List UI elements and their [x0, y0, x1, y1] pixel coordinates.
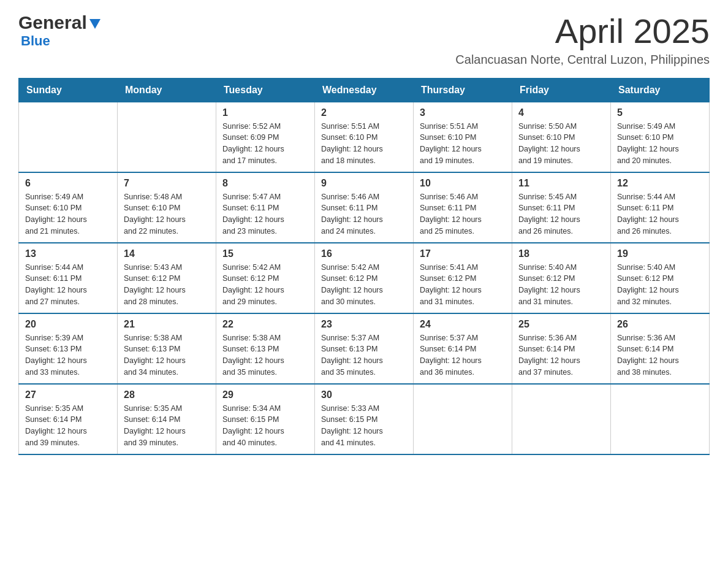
day-info: Sunrise: 5:40 AMSunset: 6:12 PMDaylight:…: [617, 262, 703, 308]
day-info: Sunrise: 5:36 AMSunset: 6:14 PMDaylight:…: [518, 332, 604, 378]
day-number: 21: [124, 319, 210, 330]
day-info: Sunrise: 5:42 AMSunset: 6:12 PMDaylight:…: [222, 262, 308, 308]
day-info: Sunrise: 5:47 AMSunset: 6:11 PMDaylight:…: [222, 191, 308, 237]
day-number: 12: [617, 178, 703, 189]
calendar-cell: [611, 384, 710, 454]
day-number: 7: [124, 178, 210, 189]
logo-general-text: General: [18, 12, 87, 33]
calendar-cell: 7Sunrise: 5:48 AMSunset: 6:10 PMDaylight…: [118, 172, 216, 243]
calendar-cell: 13Sunrise: 5:44 AMSunset: 6:11 PMDayligh…: [19, 243, 118, 313]
day-info: Sunrise: 5:41 AMSunset: 6:12 PMDaylight:…: [420, 262, 506, 308]
calendar-cell: 21Sunrise: 5:38 AMSunset: 6:13 PMDayligh…: [118, 313, 216, 384]
calendar-cell: 1Sunrise: 5:52 AMSunset: 6:09 PMDaylight…: [216, 102, 315, 172]
logo: General Blue: [18, 12, 102, 49]
day-number: 19: [617, 248, 703, 259]
day-number: 16: [321, 248, 407, 259]
day-number: 25: [518, 319, 604, 330]
calendar-cell: 27Sunrise: 5:35 AMSunset: 6:14 PMDayligh…: [19, 384, 118, 454]
calendar-cell: 25Sunrise: 5:36 AMSunset: 6:14 PMDayligh…: [512, 313, 611, 384]
calendar-table: SundayMondayTuesdayWednesdayThursdayFrid…: [18, 78, 710, 455]
day-info: Sunrise: 5:35 AMSunset: 6:14 PMDaylight:…: [25, 403, 111, 449]
calendar-header-sunday: Sunday: [19, 78, 118, 102]
calendar-header-saturday: Saturday: [611, 78, 710, 102]
calendar-cell: [118, 102, 216, 172]
calendar-cell: 22Sunrise: 5:38 AMSunset: 6:13 PMDayligh…: [216, 313, 315, 384]
day-number: 14: [124, 248, 210, 259]
calendar-cell: 6Sunrise: 5:49 AMSunset: 6:10 PMDaylight…: [19, 172, 118, 243]
day-number: 30: [321, 389, 407, 400]
day-info: Sunrise: 5:38 AMSunset: 6:13 PMDaylight:…: [222, 332, 308, 378]
day-info: Sunrise: 5:36 AMSunset: 6:14 PMDaylight:…: [617, 332, 703, 378]
calendar-cell: 19Sunrise: 5:40 AMSunset: 6:12 PMDayligh…: [611, 243, 710, 313]
week-row-1: 1Sunrise: 5:52 AMSunset: 6:09 PMDaylight…: [19, 102, 710, 172]
calendar-cell: [19, 102, 118, 172]
day-number: 26: [617, 319, 703, 330]
day-info: Sunrise: 5:50 AMSunset: 6:10 PMDaylight:…: [518, 121, 604, 167]
calendar-header-tuesday: Tuesday: [216, 78, 315, 102]
day-number: 10: [420, 178, 506, 189]
day-info: Sunrise: 5:38 AMSunset: 6:13 PMDaylight:…: [124, 332, 210, 378]
day-info: Sunrise: 5:33 AMSunset: 6:15 PMDaylight:…: [321, 403, 407, 449]
logo-blue-text: Blue: [21, 33, 50, 48]
day-number: 15: [222, 248, 308, 259]
calendar-cell: 18Sunrise: 5:40 AMSunset: 6:12 PMDayligh…: [512, 243, 611, 313]
day-number: 27: [25, 389, 111, 400]
day-number: 2: [321, 107, 407, 118]
calendar-header-wednesday: Wednesday: [315, 78, 414, 102]
day-number: 29: [222, 389, 308, 400]
day-info: Sunrise: 5:51 AMSunset: 6:10 PMDaylight:…: [420, 121, 506, 167]
calendar-cell: 9Sunrise: 5:46 AMSunset: 6:11 PMDaylight…: [315, 172, 414, 243]
day-info: Sunrise: 5:45 AMSunset: 6:11 PMDaylight:…: [518, 191, 604, 237]
day-number: 13: [25, 248, 111, 259]
calendar-cell: 2Sunrise: 5:51 AMSunset: 6:10 PMDaylight…: [315, 102, 414, 172]
calendar-cell: [512, 384, 611, 454]
day-number: 8: [222, 178, 308, 189]
calendar-header-monday: Monday: [118, 78, 216, 102]
day-number: 20: [25, 319, 111, 330]
calendar-cell: 28Sunrise: 5:35 AMSunset: 6:14 PMDayligh…: [118, 384, 216, 454]
calendar-cell: 8Sunrise: 5:47 AMSunset: 6:11 PMDaylight…: [216, 172, 315, 243]
title-area: April 2025 Calancuasan Norte, Central Lu…: [455, 12, 710, 67]
month-title: April 2025: [455, 12, 710, 50]
day-info: Sunrise: 5:40 AMSunset: 6:12 PMDaylight:…: [518, 262, 604, 308]
day-info: Sunrise: 5:48 AMSunset: 6:10 PMDaylight:…: [124, 191, 210, 237]
day-info: Sunrise: 5:51 AMSunset: 6:10 PMDaylight:…: [321, 121, 407, 167]
day-number: 18: [518, 248, 604, 259]
day-info: Sunrise: 5:52 AMSunset: 6:09 PMDaylight:…: [222, 121, 308, 167]
day-number: 6: [25, 178, 111, 189]
day-info: Sunrise: 5:35 AMSunset: 6:14 PMDaylight:…: [124, 403, 210, 449]
day-info: Sunrise: 5:34 AMSunset: 6:15 PMDaylight:…: [222, 403, 308, 449]
svg-marker-0: [89, 19, 100, 29]
calendar-cell: 30Sunrise: 5:33 AMSunset: 6:15 PMDayligh…: [315, 384, 414, 454]
day-number: 3: [420, 107, 506, 118]
day-info: Sunrise: 5:46 AMSunset: 6:11 PMDaylight:…: [321, 191, 407, 237]
day-number: 22: [222, 319, 308, 330]
calendar-cell: 10Sunrise: 5:46 AMSunset: 6:11 PMDayligh…: [414, 172, 512, 243]
day-number: 1: [222, 107, 308, 118]
day-number: 11: [518, 178, 604, 189]
calendar-header-row: SundayMondayTuesdayWednesdayThursdayFrid…: [19, 78, 710, 102]
calendar-cell: 26Sunrise: 5:36 AMSunset: 6:14 PMDayligh…: [611, 313, 710, 384]
calendar-cell: 4Sunrise: 5:50 AMSunset: 6:10 PMDaylight…: [512, 102, 611, 172]
location-subtitle: Calancuasan Norte, Central Luzon, Philip…: [455, 53, 710, 67]
calendar-cell: 11Sunrise: 5:45 AMSunset: 6:11 PMDayligh…: [512, 172, 611, 243]
page-header: General Blue April 2025 Calancuasan Nort…: [18, 12, 710, 67]
calendar-header-friday: Friday: [512, 78, 611, 102]
logo-triangle-icon: [88, 17, 102, 30]
calendar-cell: 16Sunrise: 5:42 AMSunset: 6:12 PMDayligh…: [315, 243, 414, 313]
calendar-cell: 29Sunrise: 5:34 AMSunset: 6:15 PMDayligh…: [216, 384, 315, 454]
week-row-5: 27Sunrise: 5:35 AMSunset: 6:14 PMDayligh…: [19, 384, 710, 454]
day-info: Sunrise: 5:44 AMSunset: 6:11 PMDaylight:…: [25, 262, 111, 308]
day-info: Sunrise: 5:43 AMSunset: 6:12 PMDaylight:…: [124, 262, 210, 308]
day-number: 5: [617, 107, 703, 118]
calendar-cell: 24Sunrise: 5:37 AMSunset: 6:14 PMDayligh…: [414, 313, 512, 384]
calendar-cell: 17Sunrise: 5:41 AMSunset: 6:12 PMDayligh…: [414, 243, 512, 313]
day-number: 24: [420, 319, 506, 330]
day-info: Sunrise: 5:37 AMSunset: 6:14 PMDaylight:…: [420, 332, 506, 378]
day-info: Sunrise: 5:37 AMSunset: 6:13 PMDaylight:…: [321, 332, 407, 378]
day-number: 28: [124, 389, 210, 400]
day-info: Sunrise: 5:46 AMSunset: 6:11 PMDaylight:…: [420, 191, 506, 237]
calendar-cell: [414, 384, 512, 454]
week-row-2: 6Sunrise: 5:49 AMSunset: 6:10 PMDaylight…: [19, 172, 710, 243]
week-row-3: 13Sunrise: 5:44 AMSunset: 6:11 PMDayligh…: [19, 243, 710, 313]
